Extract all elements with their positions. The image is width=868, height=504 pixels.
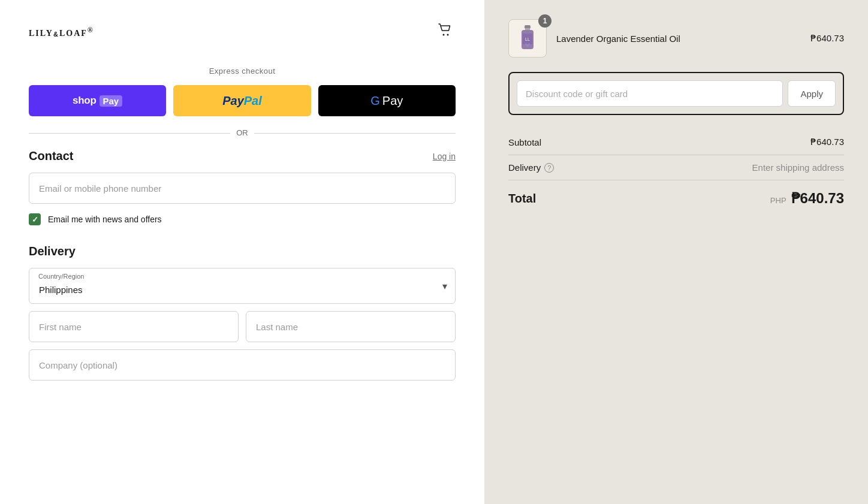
delivery-value: Enter shipping address — [752, 162, 844, 173]
product-name: Lavender Organic Essential Oil — [556, 34, 680, 44]
discount-section: Apply — [508, 72, 844, 115]
total-currency: PHP — [770, 196, 786, 205]
last-name-wrap — [246, 311, 456, 342]
product-price: ₱640.73 — [810, 33, 844, 44]
discount-input[interactable] — [517, 80, 783, 107]
cart-button[interactable] — [434, 19, 456, 43]
delivery-label: Delivery ? — [508, 162, 554, 173]
delivery-info-icon[interactable]: ? — [544, 163, 554, 173]
total-value: ₱640.73 — [791, 190, 844, 207]
newsletter-row: Email me with news and offers — [29, 213, 456, 225]
header: LILY&LOAF® — [29, 19, 456, 43]
company-wrap — [29, 349, 456, 381]
product-left: LL 1 Lavender Organic Essential Oil — [508, 19, 680, 58]
delivery-section-header: Delivery — [29, 245, 456, 258]
delivery-row: Delivery ? Enter shipping address — [508, 155, 844, 180]
product-image-wrap: LL 1 — [508, 19, 547, 58]
contact-section-header: Contact Log in — [29, 149, 456, 163]
logo-text: LILY&LOAF® — [29, 29, 94, 38]
or-divider: OR — [29, 128, 456, 137]
subtotal-label: Subtotal — [508, 137, 541, 147]
product-thumbnail: LL — [517, 24, 538, 53]
gpay-pay-text: Pay — [382, 94, 403, 108]
apply-discount-button[interactable]: Apply — [788, 80, 836, 107]
paypal-button[interactable]: PayPal — [173, 85, 311, 116]
gpay-button[interactable]: G Pay — [318, 85, 456, 116]
right-panel: LL 1 Lavender Organic Essential Oil ₱640… — [484, 0, 868, 504]
total-value-wrap: PHP ₱640.73 — [770, 190, 844, 207]
paypal-label: Pay — [222, 94, 244, 108]
shop-pay-badge: Pay — [100, 95, 123, 107]
product-item: LL 1 Lavender Organic Essential Oil ₱640… — [508, 19, 844, 58]
first-name-input[interactable] — [29, 311, 239, 342]
email-input[interactable] — [29, 173, 456, 204]
shop-pay-label: shop — [73, 95, 96, 107]
gpay-g-letter: G — [370, 94, 380, 108]
svg-text:LL: LL — [525, 37, 530, 41]
delivery-title: Delivery — [29, 245, 76, 258]
svg-point-0 — [443, 34, 445, 36]
country-select-wrapper: Country/Region Philippines ▾ — [29, 268, 456, 304]
total-label: Total — [508, 192, 536, 206]
first-name-wrap — [29, 311, 239, 342]
product-quantity-badge: 1 — [538, 14, 551, 28]
name-row — [29, 311, 456, 342]
subtotal-value: ₱640.73 — [810, 137, 844, 147]
last-name-input[interactable] — [246, 311, 456, 342]
express-checkout-buttons: shop Pay PayPal G Pay — [29, 85, 456, 116]
company-input[interactable] — [29, 349, 456, 381]
svg-rect-3 — [525, 28, 530, 30]
total-row: Total PHP ₱640.73 — [508, 180, 844, 207]
delivery-section: Delivery Country/Region Philippines ▾ — [29, 245, 456, 381]
shop-pay-button[interactable]: shop Pay — [29, 85, 166, 116]
brand-logo: LILY&LOAF® — [29, 22, 94, 41]
left-panel: LILY&LOAF® Express checkout shop Pay Pay… — [0, 0, 484, 504]
svg-point-1 — [447, 34, 449, 36]
newsletter-checkbox[interactable] — [29, 213, 41, 225]
subtotal-row: Subtotal ₱640.73 — [508, 129, 844, 155]
log-in-button[interactable]: Log in — [433, 152, 456, 161]
country-select[interactable]: Philippines — [29, 268, 456, 304]
cart-icon — [436, 22, 453, 38]
express-checkout-label: Express checkout — [29, 67, 456, 76]
newsletter-label: Email me with news and offers — [48, 215, 162, 224]
contact-title: Contact — [29, 149, 73, 163]
